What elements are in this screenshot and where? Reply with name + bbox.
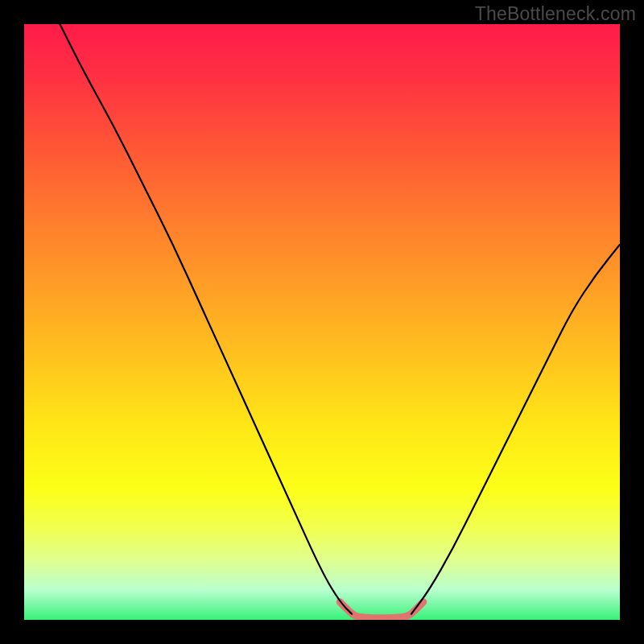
left-curve-path xyxy=(60,24,352,614)
chart-frame: TheBottleneck.com xyxy=(0,0,644,644)
right-curve-path xyxy=(411,245,620,614)
curve-overlay xyxy=(24,24,620,620)
valley-highlight-path xyxy=(340,602,423,618)
plot-area xyxy=(24,24,620,620)
watermark-text: TheBottleneck.com xyxy=(475,3,636,25)
